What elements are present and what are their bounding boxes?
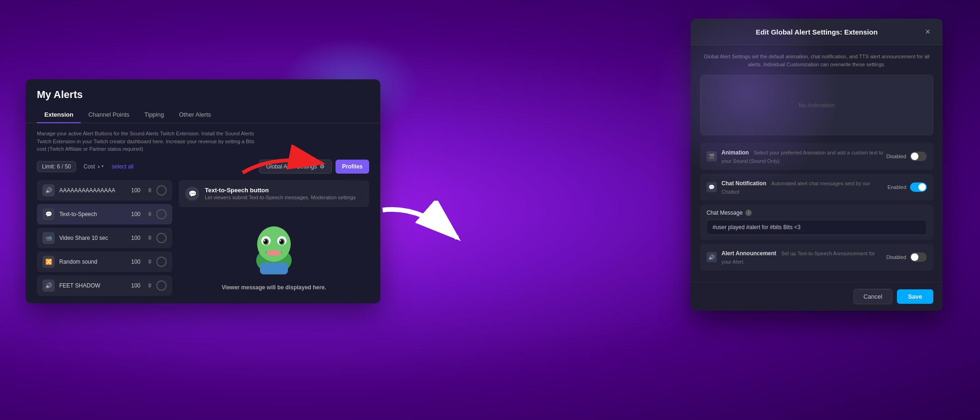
animation-preview: No Animation (700, 75, 933, 135)
setting-left: 💬 Chat Notification Automated alert chat… (707, 179, 888, 196)
panel-footer: Cancel Save (691, 282, 943, 311)
animation-info: Animation Select your preferred Animatio… (721, 148, 886, 165)
panel-header: Edit Global Alert Settings: Extension × (691, 19, 943, 45)
alert-item-name: Text-to-Speech (59, 211, 126, 217)
pepe-svg (248, 218, 300, 274)
cost-sort-arrows[interactable]: ▲▼ (97, 165, 105, 168)
svg-point-1 (257, 226, 291, 262)
chat-notification-toggle[interactable] (910, 182, 927, 192)
animation-setting-row: 🎬 Animation Select your preferred Animat… (700, 143, 933, 170)
tabs-row: Extension Channel Points Tipping Other A… (26, 106, 380, 123)
alert-item-icon: 💬 (42, 208, 55, 220)
right-col: 💬 Text-to-Speech button Let viewers subm… (179, 180, 369, 296)
panel-header: My Alerts Extension Channel Points Tippi… (26, 79, 380, 123)
limit-badge: Limit: 6 / 50 (37, 161, 76, 172)
item-toggle[interactable] (156, 185, 167, 196)
global-alert-settings-button[interactable]: Global Alert Settings ⚙ (259, 160, 332, 174)
chat-notification-label: Chat Notification (721, 180, 766, 187)
alert-announcement-row: 🔊 Alert Announcement Set up Text-to-Spee… (700, 244, 933, 271)
alert-item-name: Video Share 10 sec (59, 235, 126, 241)
list-item[interactable]: 📹 Video Share 10 sec 100 (37, 228, 172, 248)
alert-item-name: Random sound (59, 259, 126, 265)
viewer-message: Viewer message will be displayed here. (222, 284, 326, 291)
alert-item-icon: 🔀 (42, 256, 55, 268)
chat-message-section: Chat Message i (700, 204, 933, 240)
alert-list: 🔊 AAAAAAAAAAAAAAA 100 💬 (37, 180, 172, 296)
alert-item-cost: 100 (131, 282, 140, 289)
save-button[interactable]: Save (897, 289, 933, 304)
sort-btn[interactable] (148, 259, 152, 264)
animation-toggle[interactable] (910, 152, 927, 161)
tab-channel-points[interactable]: Channel Points (81, 106, 137, 123)
sort-btn[interactable] (148, 235, 152, 240)
controls-left: Limit: 6 / 50 Cost ▲▼ select all (37, 161, 133, 172)
announcement-label: Alert Announcement (721, 250, 777, 257)
animation-icon: 🎬 (707, 151, 717, 161)
pepe-area: Viewer message will be displayed here. (222, 218, 326, 291)
tab-tipping[interactable]: Tipping (137, 106, 171, 123)
animation-status: Disabled (886, 154, 906, 159)
chat-notification-row: 💬 Chat Notification Automated alert chat… (700, 174, 933, 201)
alert-item-icon: 🔊 (42, 280, 55, 292)
chat-message-input[interactable] (707, 220, 927, 235)
info-icon: i (745, 210, 752, 216)
sort-btn[interactable] (148, 283, 152, 288)
chat-notification-status: Enabled (888, 184, 906, 190)
tts-icon: 💬 (185, 187, 199, 201)
setting-left: 🔊 Alert Announcement Set up Text-to-Spee… (707, 249, 886, 266)
svg-point-8 (264, 240, 265, 241)
controls-row: Limit: 6 / 50 Cost ▲▼ select all Global … (37, 160, 369, 174)
left-panel: My Alerts Extension Channel Points Tippi… (26, 79, 380, 303)
tts-button-area[interactable]: 💬 Text-to-Speech button Let viewers subm… (179, 180, 369, 207)
tab-extension[interactable]: Extension (37, 106, 81, 123)
profiles-button[interactable]: Profiles (336, 160, 369, 174)
page-title: My Alerts (37, 89, 369, 101)
settings-description: Global Alert Settings set the default an… (700, 53, 933, 68)
tts-text: Text-to-Speech button Let viewers submit… (205, 187, 356, 200)
item-toggle[interactable] (156, 280, 167, 291)
content-split: 🔊 AAAAAAAAAAAAAAA 100 💬 (37, 180, 369, 296)
chat-icon: 💬 (707, 182, 717, 192)
gear-icon: ⚙ (320, 163, 325, 170)
controls-right: Global Alert Settings ⚙ Profiles (259, 160, 369, 174)
setting-right: Enabled (888, 182, 927, 192)
white-arrow (373, 201, 476, 259)
cost-label: Cost ▲▼ (84, 163, 105, 170)
item-toggle[interactable] (156, 233, 167, 243)
setting-left: 🎬 Animation Select your preferred Animat… (707, 148, 886, 165)
alert-item-icon: 📹 (42, 232, 55, 244)
cost-controls (148, 259, 152, 264)
announcement-icon: 🔊 (707, 252, 717, 262)
alert-item-cost: 100 (131, 187, 140, 194)
sort-up-button[interactable] (148, 188, 152, 193)
list-item[interactable]: 💬 Text-to-Speech 100 (37, 204, 172, 224)
cost-controls (148, 211, 152, 217)
alert-item-name: FEET SHADOW (59, 282, 126, 289)
item-toggle[interactable] (156, 209, 167, 219)
item-toggle[interactable] (156, 257, 167, 267)
svg-rect-11 (260, 263, 288, 274)
announcement-status: Disabled (886, 254, 906, 260)
list-item[interactable]: 🔀 Random sound 100 (37, 252, 172, 272)
list-item[interactable]: 🔊 AAAAAAAAAAAAAAA 100 (37, 180, 172, 201)
tab-other-alerts[interactable]: Other Alerts (171, 106, 218, 123)
announcement-toggle[interactable] (910, 252, 927, 262)
setting-right: Disabled (886, 152, 927, 161)
close-button[interactable]: × (922, 26, 933, 37)
list-item[interactable]: 🔊 FEET SHADOW 100 (37, 275, 172, 296)
alert-item-cost: 100 (131, 211, 140, 217)
animation-label: Animation (721, 149, 749, 156)
svg-point-9 (280, 240, 281, 241)
panel-title: Edit Global Alert Settings: Extension (711, 28, 922, 36)
info-text: Manage your active Alert Buttons for the… (37, 130, 261, 153)
panel-body: Manage your active Alert Buttons for the… (26, 123, 380, 302)
svg-point-10 (266, 250, 281, 256)
sort-btn[interactable] (148, 211, 152, 217)
pepe-character (248, 218, 300, 280)
select-all[interactable]: select all (112, 163, 134, 170)
right-panel: Edit Global Alert Settings: Extension × … (691, 19, 943, 311)
alert-item-icon: 🔊 (42, 184, 55, 196)
cost-controls (148, 235, 152, 240)
cancel-button[interactable]: Cancel (854, 289, 892, 304)
alert-item-name: AAAAAAAAAAAAAAA (59, 187, 126, 194)
